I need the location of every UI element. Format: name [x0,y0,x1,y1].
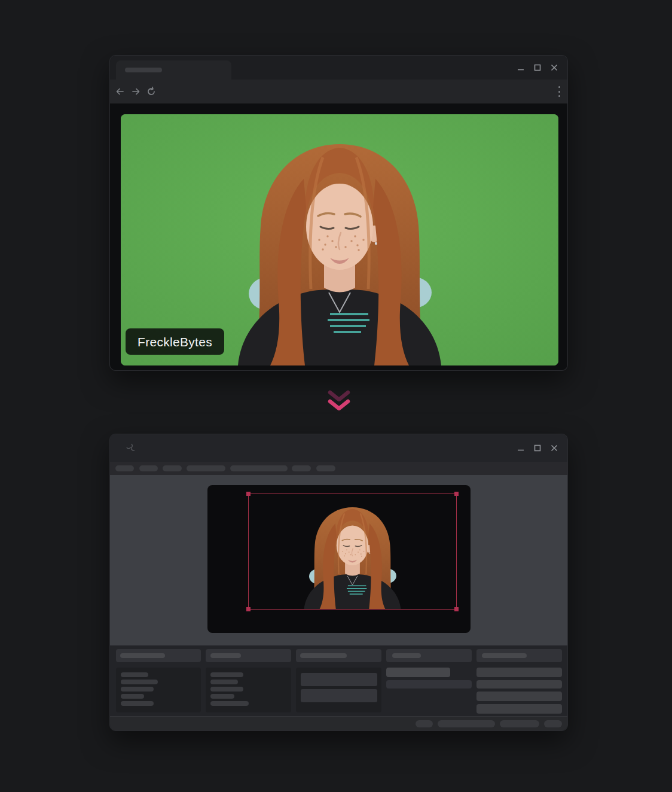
kebab-menu-icon[interactable] [558,86,560,97]
list-item-placeholder[interactable] [121,701,154,706]
browser-tab[interactable] [116,60,231,80]
menu-item-placeholder[interactable] [139,465,158,471]
dock-header [296,649,381,662]
button-placeholder[interactable] [476,680,562,689]
reload-icon[interactable] [146,86,157,97]
scene-preview [207,485,471,633]
status-placeholder [438,720,495,727]
dock-header [386,649,472,662]
audio-meter-placeholder [301,673,377,686]
editor-menubar [110,462,567,475]
editor-statusbar [110,716,567,730]
video-watermark: FreckleBytes [126,328,224,355]
resize-handle-bottom-left[interactable] [246,607,251,611]
close-icon[interactable] [551,64,558,71]
list-item-placeholder[interactable] [121,687,154,692]
resize-handle-top-right[interactable] [454,492,459,496]
swirl-logo-icon [125,442,137,454]
editor-window [109,434,568,731]
webcam-video-greenscreen: FreckleBytes [121,114,558,365]
list-item-placeholder[interactable] [210,694,234,699]
browser-window: FreckleBytes [109,55,568,371]
browser-window-controls [517,56,558,80]
control-placeholder[interactable] [386,668,450,677]
editor-canvas [110,475,567,645]
minimize-icon[interactable] [517,444,524,452]
status-placeholder [416,720,433,727]
minimize-icon[interactable] [517,64,524,71]
control-placeholder[interactable] [386,680,472,689]
list-item-placeholder[interactable] [210,672,243,677]
status-placeholder [500,720,539,727]
browser-tabstrip [110,56,567,80]
menu-item-placeholder[interactable] [163,465,182,471]
dock-list [206,668,291,712]
forward-icon[interactable] [130,86,141,97]
resize-handle-bottom-right[interactable] [454,607,459,611]
button-placeholder[interactable] [476,704,562,714]
editor-titlebar [110,434,567,462]
list-item-placeholder[interactable] [210,687,243,692]
list-item-placeholder[interactable] [210,701,249,706]
browser-navbar [110,80,567,103]
button-placeholder[interactable] [476,668,562,677]
double-chevron-down-icon [325,388,353,416]
menu-item-placeholder[interactable] [187,465,225,471]
dock-title-placeholder [210,653,241,658]
menu-item-placeholder[interactable] [292,465,311,471]
list-item-placeholder[interactable] [121,680,158,684]
tab-title-placeholder [125,68,162,72]
resize-handle-top-left[interactable] [246,492,251,496]
dock-title-placeholder [392,653,421,658]
back-icon[interactable] [115,86,126,97]
dock-header [206,649,291,662]
list-item-placeholder[interactable] [121,672,148,677]
dock-header [116,649,201,662]
menu-item-placeholder[interactable] [316,465,335,471]
dock-mixer [296,668,381,712]
button-placeholder[interactable] [476,692,562,701]
audio-meter-placeholder [301,689,377,702]
menu-item-placeholder[interactable] [230,465,288,471]
menu-item-placeholder[interactable] [115,465,134,471]
list-item-placeholder[interactable] [210,680,238,684]
maximize-icon[interactable] [534,444,541,452]
dock-header [476,649,562,662]
maximize-icon[interactable] [534,64,541,71]
list-item-placeholder[interactable] [121,694,144,699]
browser-content: FreckleBytes [110,103,567,370]
source-selection-box[interactable] [248,494,457,610]
editor-window-controls [517,434,558,462]
dock-title-placeholder [120,653,165,658]
dock-title-placeholder [300,653,347,658]
dock-title-placeholder [482,653,527,658]
editor-docks [110,645,567,717]
dock-list [116,668,201,712]
close-icon[interactable] [551,444,558,452]
greenscreen-frame [121,114,558,365]
status-placeholder [544,720,562,727]
